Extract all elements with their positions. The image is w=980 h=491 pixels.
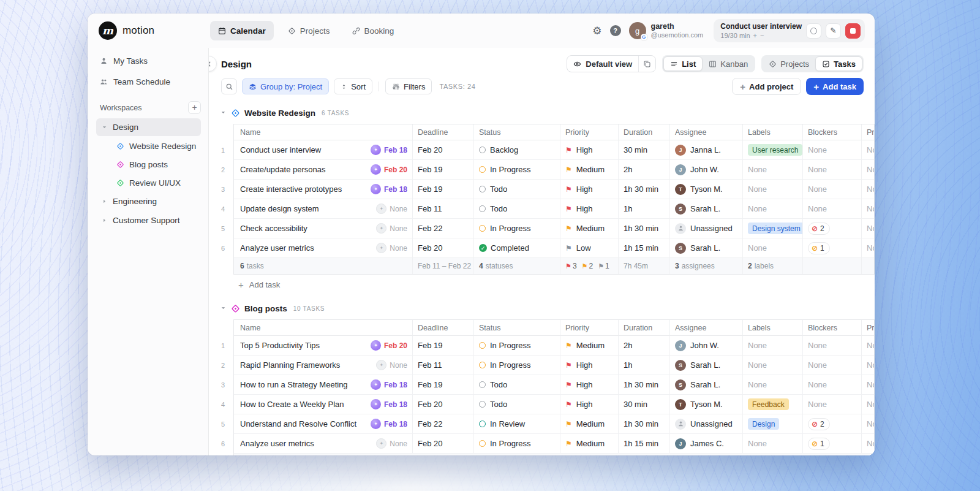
deadline-cell[interactable]: Feb 19 — [413, 375, 474, 395]
project-cell[interactable]: No — [862, 395, 875, 414]
stop-timer-button[interactable] — [845, 23, 861, 39]
duration-cell[interactable]: 1h 30 min — [619, 375, 670, 395]
ai-schedule-chip[interactable]: ✦Feb 20 — [366, 340, 407, 351]
priority-cell[interactable]: ⚑High — [560, 395, 619, 414]
deadline-cell[interactable]: Feb 19 — [413, 336, 474, 356]
ai-schedule-chip[interactable]: ✦None — [371, 223, 407, 234]
labels-cell[interactable]: Design — [743, 414, 803, 434]
table-row[interactable]: Analyze user metrics✦NoneFeb 20✓Complete… — [234, 238, 874, 258]
ai-schedule-chip[interactable]: ✦Feb 20 — [366, 164, 407, 175]
assignee-cell[interactable]: JJohn W. — [670, 160, 743, 180]
priority-cell[interactable]: ⚑Medium — [560, 219, 619, 238]
labels-cell[interactable]: None — [743, 199, 803, 219]
add-project-button[interactable]: + Add project — [732, 78, 801, 95]
duration-cell[interactable]: 1h 15 min — [619, 238, 670, 258]
status-cell[interactable]: In Review — [474, 414, 560, 434]
priority-cell[interactable]: ⚑High — [560, 180, 619, 199]
assignee-cell[interactable]: SSarah L. — [670, 238, 743, 258]
deadline-cell[interactable]: Feb 20 — [413, 395, 474, 414]
column-header-labels[interactable]: Labels — [743, 320, 803, 336]
gear-icon[interactable]: ⚙ — [592, 26, 601, 36]
assignee-cell[interactable]: SSarah L. — [670, 375, 743, 395]
ai-schedule-chip[interactable]: ✦Feb 18 — [366, 399, 407, 409]
deadline-cell[interactable]: Feb 19 — [413, 180, 474, 199]
task-name-cell[interactable]: Update design system✦None — [234, 199, 413, 219]
ai-schedule-chip[interactable]: ✦None — [371, 360, 407, 370]
add-task-button[interactable]: + Add task — [806, 78, 864, 95]
tab-projects[interactable]: Projects — [280, 21, 338, 40]
column-header-duration[interactable]: Duration — [619, 124, 670, 140]
filters-button[interactable]: Filters — [385, 78, 432, 94]
project-website-redesign[interactable]: Website Redesign — [96, 137, 201, 155]
duplicate-view-button[interactable] — [638, 55, 655, 72]
table-row[interactable]: Rapid Planning Frameworks✦NoneFeb 11In P… — [234, 356, 874, 375]
project-cell[interactable]: No — [862, 140, 875, 160]
task-name-cell[interactable]: Conduct user interview✦Feb 18 — [234, 140, 413, 160]
labels-cell[interactable]: None — [743, 160, 803, 180]
assignee-cell[interactable]: JJanna L. — [670, 140, 743, 160]
assignee-cell[interactable]: Unassigned — [670, 219, 743, 238]
collapse-section-button[interactable] — [220, 303, 227, 314]
table-row[interactable]: Analyze user metrics✦NoneFeb 20In Progre… — [234, 434, 874, 454]
labels-cell[interactable]: None — [743, 434, 803, 454]
assignee-cell[interactable]: TTyson M. — [670, 395, 743, 414]
blocker-pill[interactable]: ⊘1 — [808, 438, 830, 450]
table-row[interactable]: Conduct user interview✦Feb 18Feb 20Backl… — [234, 140, 874, 160]
edit-timer-button[interactable]: ✎ — [826, 23, 841, 39]
blockers-cell[interactable]: ⊘2 — [803, 219, 862, 238]
timer-increase-button[interactable]: + — [753, 32, 757, 39]
status-cell[interactable]: In Progress — [474, 434, 560, 454]
ai-schedule-chip[interactable]: ✦Feb 18 — [366, 184, 407, 194]
priority-cell[interactable]: ⚑High — [560, 140, 619, 160]
status-cell[interactable]: In Progress — [474, 219, 560, 238]
priority-cell[interactable]: ⚑High — [560, 375, 619, 395]
workspace-customer-support[interactable]: Customer Support — [96, 211, 201, 229]
project-cell[interactable]: No — [862, 414, 875, 434]
column-header-deadline[interactable]: Deadline — [413, 320, 474, 336]
project-cell[interactable]: No — [862, 356, 875, 375]
project-blog-posts[interactable]: Blog posts — [96, 156, 201, 173]
help-icon[interactable]: ? — [610, 25, 621, 36]
assignee-cell[interactable]: JJames C. — [670, 434, 743, 454]
column-header-assignee[interactable]: Assignee — [670, 320, 743, 336]
project-cell[interactable]: No — [862, 219, 875, 238]
blockers-cell[interactable]: ⊘1 — [803, 434, 862, 454]
priority-cell[interactable]: ⚑Medium — [560, 336, 619, 356]
deadline-cell[interactable]: Feb 19 — [413, 160, 474, 180]
blockers-cell[interactable]: None — [803, 199, 862, 219]
default-view-button[interactable]: Default view — [567, 59, 638, 69]
scope-projects[interactable]: Projects — [763, 56, 815, 71]
duration-cell[interactable]: 1h 30 min — [619, 219, 670, 238]
priority-cell[interactable]: ⚑High — [560, 199, 619, 219]
column-header-blockers[interactable]: Blockers — [803, 320, 862, 336]
tab-booking[interactable]: Booking — [344, 21, 402, 40]
deadline-cell[interactable]: Feb 20 — [413, 140, 474, 160]
task-name-cell[interactable]: How to run a Strategy Meeting✦Feb 18 — [234, 375, 413, 395]
add-task-row[interactable]: +Add task — [238, 280, 875, 289]
status-cell[interactable]: Todo — [474, 180, 560, 199]
duration-cell[interactable]: 30 min — [619, 395, 670, 414]
blockers-cell[interactable]: None — [803, 180, 862, 199]
task-name-cell[interactable]: Create interactive prototypes✦Feb 18 — [234, 180, 413, 199]
ai-schedule-chip[interactable]: ✦Feb 18 — [366, 145, 407, 155]
priority-cell[interactable]: ⚑Medium — [560, 434, 619, 454]
blocker-pill[interactable]: ⊘2 — [808, 223, 830, 235]
task-name-cell[interactable]: How to Create a Weekly Plan✦Feb 18 — [234, 395, 413, 414]
assignee-cell[interactable]: SSarah L. — [670, 356, 743, 375]
blockers-cell[interactable]: None — [803, 375, 862, 395]
table-row[interactable]: Understand and Resolve Conflict✦Feb 18Fe… — [234, 414, 874, 434]
column-header-name[interactable]: Name — [234, 320, 413, 336]
labels-cell[interactable]: Feedback — [743, 395, 803, 414]
status-cell[interactable]: In Progress — [474, 160, 560, 180]
sidebar-item-team-schedule[interactable]: Team Schedule — [96, 72, 201, 91]
column-header-name[interactable]: Name — [234, 124, 413, 140]
group-by-button[interactable]: Group by: Project — [242, 78, 329, 94]
blockers-cell[interactable]: None — [803, 160, 862, 180]
ai-schedule-chip[interactable]: ✦None — [371, 438, 407, 449]
workspace-design[interactable]: Design — [96, 118, 201, 136]
table-row[interactable]: Update design system✦NoneFeb 11Todo⚑High… — [234, 199, 874, 219]
assignee-cell[interactable]: TTyson M. — [670, 180, 743, 199]
status-cell[interactable]: In Progress — [474, 336, 560, 356]
column-header-priority[interactable]: Priority — [560, 124, 619, 140]
task-name-cell[interactable]: Analyze user metrics✦None — [234, 238, 413, 258]
